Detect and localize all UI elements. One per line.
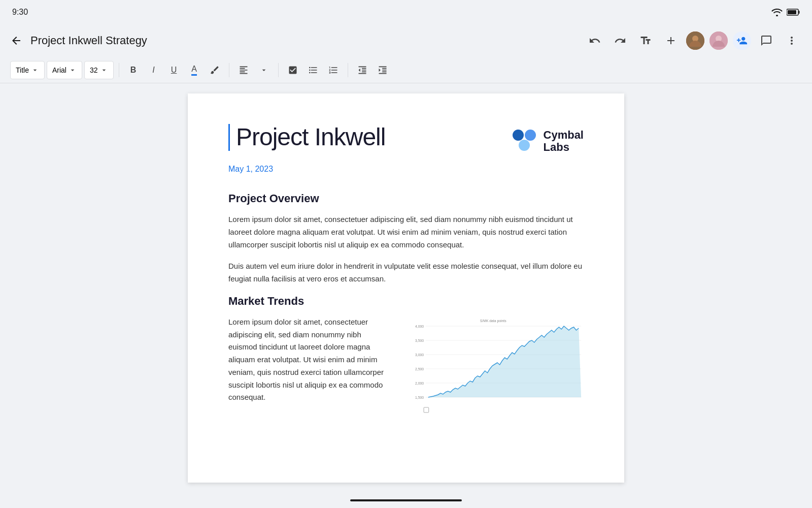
separator-3 xyxy=(278,63,279,77)
more-button[interactable] xyxy=(782,30,802,51)
market-text: Lorem ipsum dolor sit amet, consectetuer… xyxy=(228,316,391,413)
cymbal-logo-dots xyxy=(511,128,537,154)
market-chart-svg: 4,000 3,500 3,000 2,500 2,000 1,500 S/MK… xyxy=(406,316,584,418)
status-icons xyxy=(771,8,800,16)
section2-para: Lorem ipsum dolor sit amet, consectetuer… xyxy=(228,316,391,404)
separator-4 xyxy=(348,63,348,77)
svg-text:2,000: 2,000 xyxy=(415,382,424,385)
text-format-button[interactable] xyxy=(635,30,656,51)
market-section: Lorem ipsum dolor sit amet, consectetuer… xyxy=(228,316,584,418)
logo-text: Cymbal Labs xyxy=(544,129,584,153)
doc-main-title: Project Inkwell xyxy=(228,124,385,151)
align-arrow[interactable] xyxy=(255,61,273,79)
doc-title: Project Inkwell Strategy xyxy=(30,34,577,47)
battery-icon xyxy=(787,9,800,16)
size-label: 32 xyxy=(90,66,98,74)
wifi-icon xyxy=(771,8,783,16)
comment-button[interactable] xyxy=(756,30,776,51)
highlight-button[interactable] xyxy=(206,61,224,79)
market-chart: 4,000 3,500 3,000 2,500 2,000 1,500 S/MK… xyxy=(406,316,584,418)
svg-point-9 xyxy=(519,140,530,151)
status-bar: 9:30 xyxy=(0,0,812,24)
underline-button[interactable]: U xyxy=(165,61,183,79)
svg-point-8 xyxy=(525,130,536,141)
back-button[interactable] xyxy=(10,35,22,47)
add-button[interactable] xyxy=(661,30,681,51)
svg-rect-23 xyxy=(424,407,429,412)
chart-container: 4,000 3,500 3,000 2,500 2,000 1,500 S/MK… xyxy=(406,316,584,418)
section1-heading: Project Overview xyxy=(228,192,584,205)
svg-text:3,000: 3,000 xyxy=(415,353,424,357)
indent-increase-button[interactable] xyxy=(374,61,392,79)
text-color-button[interactable]: A xyxy=(185,61,204,79)
separator-2 xyxy=(229,63,229,77)
bottom-bar xyxy=(0,493,812,508)
svg-text:2,500: 2,500 xyxy=(415,367,424,371)
avatar-2[interactable] xyxy=(709,31,728,50)
svg-rect-1 xyxy=(788,10,796,14)
svg-text:4,000: 4,000 xyxy=(415,325,424,328)
font-select[interactable]: Arial xyxy=(47,61,82,79)
scroll-indicator xyxy=(350,499,462,501)
add-person-button[interactable] xyxy=(733,31,751,50)
status-time: 9:30 xyxy=(12,8,28,17)
size-select[interactable]: 32 xyxy=(84,61,114,79)
numbered-list-button[interactable] xyxy=(324,61,343,79)
format-toolbar: Title Arial 32 B I U A xyxy=(0,57,812,83)
svg-text:S/MK data points: S/MK data points xyxy=(480,319,506,323)
svg-text:1,500: 1,500 xyxy=(415,396,424,399)
undo-button[interactable] xyxy=(585,30,605,51)
svg-point-7 xyxy=(513,130,524,141)
section1-para1: Lorem ipsum dolor sit amet, consectetuer… xyxy=(228,213,584,251)
style-select[interactable]: Title xyxy=(10,61,45,79)
align-button[interactable] xyxy=(234,61,253,79)
top-toolbar: Project Inkwell Strategy xyxy=(0,24,812,57)
bold-button[interactable]: B xyxy=(124,61,143,79)
italic-button[interactable]: I xyxy=(145,61,163,79)
svg-text:3,500: 3,500 xyxy=(415,339,424,342)
doc-area: Project Inkwell Cymbal Labs May 1, 2023 … xyxy=(0,83,812,493)
indent-decrease-button[interactable] xyxy=(353,61,371,79)
toolbar-actions xyxy=(585,30,802,51)
svg-rect-2 xyxy=(799,11,800,14)
doc-header: Project Inkwell Cymbal Labs xyxy=(228,124,584,154)
avatar-1[interactable] xyxy=(686,31,704,50)
doc-date: May 1, 2023 xyxy=(228,165,584,174)
font-label: Arial xyxy=(52,66,66,74)
style-label: Title xyxy=(16,66,29,74)
checklist-button[interactable] xyxy=(284,61,302,79)
redo-button[interactable] xyxy=(610,30,630,51)
section2-heading: Market Trends xyxy=(228,295,584,308)
section1-para2: Duis autem vel eum iriure dolor in hendr… xyxy=(228,260,584,285)
logo-area: Cymbal Labs xyxy=(511,128,584,154)
bullet-list-button[interactable] xyxy=(304,61,322,79)
separator-1 xyxy=(119,63,119,77)
doc-page: Project Inkwell Cymbal Labs May 1, 2023 … xyxy=(188,93,624,483)
